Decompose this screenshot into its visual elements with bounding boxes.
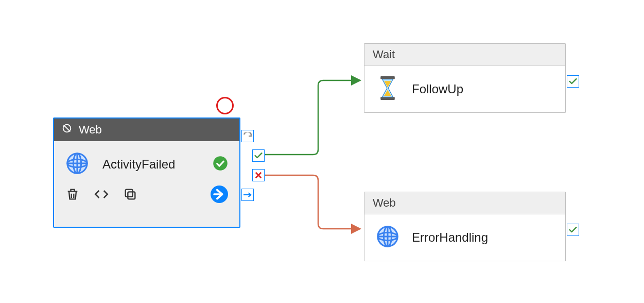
svg-line-1 (64, 125, 71, 132)
go-button[interactable] (211, 186, 228, 205)
code-icon[interactable] (94, 187, 109, 204)
activity-body: ErrorHandling (364, 214, 565, 261)
svg-point-7 (213, 156, 228, 171)
svg-rect-18 (380, 97, 395, 100)
activity-node-followup[interactable]: Wait FollowUp (364, 43, 566, 113)
activity-body: ActivityFailed (54, 141, 239, 180)
delete-icon[interactable] (65, 187, 80, 204)
connector-failure (265, 175, 360, 229)
globe-icon (65, 152, 89, 177)
hourglass-icon (376, 76, 399, 102)
activity-body: FollowUp (364, 66, 565, 112)
breakpoint-indicator[interactable] (216, 97, 234, 114)
svg-rect-11 (126, 190, 133, 197)
deactivated-icon (61, 123, 73, 137)
svg-rect-10 (128, 192, 135, 199)
port-completion[interactable] (241, 130, 254, 142)
activity-type-label: Web (79, 123, 102, 137)
svg-rect-17 (380, 76, 395, 79)
activity-name-label: ErrorHandling (412, 230, 488, 245)
port-success[interactable] (567, 75, 579, 88)
port-success[interactable] (252, 149, 265, 162)
activity-name-label: ActivityFailed (102, 157, 199, 172)
activity-type-label: Wait (373, 48, 395, 61)
activity-header[interactable]: Wait (364, 44, 565, 66)
activity-toolbar (54, 180, 239, 212)
activity-header[interactable]: Web (364, 192, 565, 214)
activity-header[interactable]: Web (54, 119, 239, 141)
port-skip[interactable] (241, 189, 254, 201)
port-failure[interactable] (252, 169, 265, 181)
copy-icon[interactable] (123, 187, 137, 204)
activity-name-label: FollowUp (412, 82, 463, 96)
connector-success (265, 80, 360, 155)
globe-icon (376, 225, 399, 250)
activity-type-label: Web (373, 196, 396, 209)
port-success[interactable] (567, 224, 579, 236)
status-success-icon (213, 156, 228, 173)
activity-node-activityfailed[interactable]: Web ActivityFailed (53, 117, 240, 228)
activity-node-errorhandling[interactable]: Web ErrorHandling (364, 192, 566, 261)
